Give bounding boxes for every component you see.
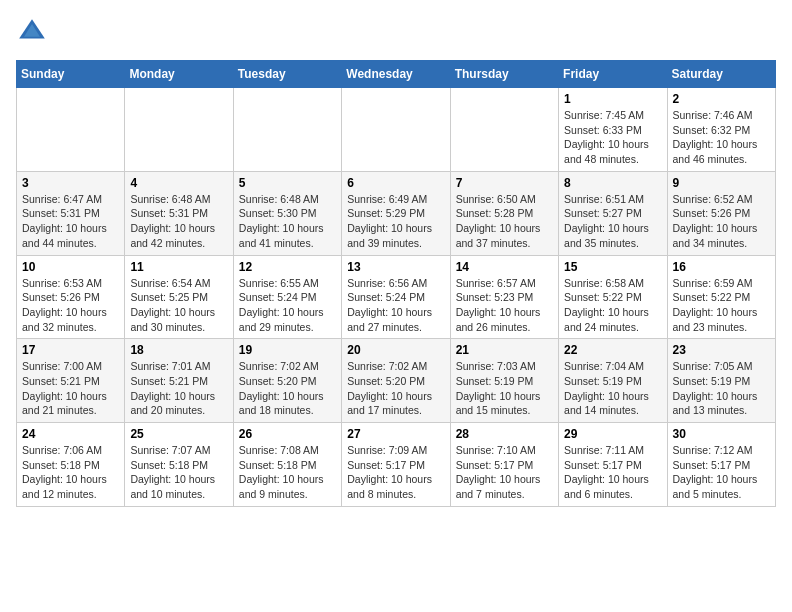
calendar-cell: 29Sunrise: 7:11 AMSunset: 5:17 PMDayligh… <box>559 423 667 507</box>
calendar-cell: 17Sunrise: 7:00 AMSunset: 5:21 PMDayligh… <box>17 339 125 423</box>
calendar-week-5: 24Sunrise: 7:06 AMSunset: 5:18 PMDayligh… <box>17 423 776 507</box>
calendar-cell: 23Sunrise: 7:05 AMSunset: 5:19 PMDayligh… <box>667 339 775 423</box>
day-info: Sunrise: 7:12 AMSunset: 5:17 PMDaylight:… <box>673 443 770 502</box>
calendar-header-wednesday: Wednesday <box>342 61 450 88</box>
day-number: 22 <box>564 343 661 357</box>
day-number: 27 <box>347 427 444 441</box>
day-info: Sunrise: 7:02 AMSunset: 5:20 PMDaylight:… <box>239 359 336 418</box>
day-number: 8 <box>564 176 661 190</box>
calendar-cell <box>342 88 450 172</box>
calendar-cell: 26Sunrise: 7:08 AMSunset: 5:18 PMDayligh… <box>233 423 341 507</box>
day-number: 30 <box>673 427 770 441</box>
calendar-cell: 20Sunrise: 7:02 AMSunset: 5:20 PMDayligh… <box>342 339 450 423</box>
day-info: Sunrise: 7:03 AMSunset: 5:19 PMDaylight:… <box>456 359 553 418</box>
logo <box>16 16 52 48</box>
calendar-cell: 28Sunrise: 7:10 AMSunset: 5:17 PMDayligh… <box>450 423 558 507</box>
day-info: Sunrise: 6:51 AMSunset: 5:27 PMDaylight:… <box>564 192 661 251</box>
day-info: Sunrise: 7:09 AMSunset: 5:17 PMDaylight:… <box>347 443 444 502</box>
calendar-week-4: 17Sunrise: 7:00 AMSunset: 5:21 PMDayligh… <box>17 339 776 423</box>
day-number: 20 <box>347 343 444 357</box>
calendar-cell: 2Sunrise: 7:46 AMSunset: 6:32 PMDaylight… <box>667 88 775 172</box>
day-info: Sunrise: 6:58 AMSunset: 5:22 PMDaylight:… <box>564 276 661 335</box>
calendar-week-3: 10Sunrise: 6:53 AMSunset: 5:26 PMDayligh… <box>17 255 776 339</box>
day-info: Sunrise: 6:48 AMSunset: 5:30 PMDaylight:… <box>239 192 336 251</box>
day-info: Sunrise: 6:57 AMSunset: 5:23 PMDaylight:… <box>456 276 553 335</box>
day-number: 12 <box>239 260 336 274</box>
day-number: 16 <box>673 260 770 274</box>
day-number: 7 <box>456 176 553 190</box>
calendar-cell: 16Sunrise: 6:59 AMSunset: 5:22 PMDayligh… <box>667 255 775 339</box>
calendar-cell: 1Sunrise: 7:45 AMSunset: 6:33 PMDaylight… <box>559 88 667 172</box>
day-number: 14 <box>456 260 553 274</box>
calendar-header-row: SundayMondayTuesdayWednesdayThursdayFrid… <box>17 61 776 88</box>
calendar-cell: 15Sunrise: 6:58 AMSunset: 5:22 PMDayligh… <box>559 255 667 339</box>
day-info: Sunrise: 7:04 AMSunset: 5:19 PMDaylight:… <box>564 359 661 418</box>
calendar-header-saturday: Saturday <box>667 61 775 88</box>
calendar-cell: 18Sunrise: 7:01 AMSunset: 5:21 PMDayligh… <box>125 339 233 423</box>
day-number: 11 <box>130 260 227 274</box>
day-info: Sunrise: 6:55 AMSunset: 5:24 PMDaylight:… <box>239 276 336 335</box>
day-number: 4 <box>130 176 227 190</box>
calendar-cell: 12Sunrise: 6:55 AMSunset: 5:24 PMDayligh… <box>233 255 341 339</box>
day-info: Sunrise: 7:10 AMSunset: 5:17 PMDaylight:… <box>456 443 553 502</box>
day-info: Sunrise: 7:08 AMSunset: 5:18 PMDaylight:… <box>239 443 336 502</box>
calendar-cell: 27Sunrise: 7:09 AMSunset: 5:17 PMDayligh… <box>342 423 450 507</box>
day-number: 25 <box>130 427 227 441</box>
calendar-cell <box>450 88 558 172</box>
day-info: Sunrise: 6:47 AMSunset: 5:31 PMDaylight:… <box>22 192 119 251</box>
day-number: 17 <box>22 343 119 357</box>
calendar-header-tuesday: Tuesday <box>233 61 341 88</box>
calendar-week-2: 3Sunrise: 6:47 AMSunset: 5:31 PMDaylight… <box>17 171 776 255</box>
calendar-cell: 30Sunrise: 7:12 AMSunset: 5:17 PMDayligh… <box>667 423 775 507</box>
calendar-week-1: 1Sunrise: 7:45 AMSunset: 6:33 PMDaylight… <box>17 88 776 172</box>
day-info: Sunrise: 7:46 AMSunset: 6:32 PMDaylight:… <box>673 108 770 167</box>
day-info: Sunrise: 7:02 AMSunset: 5:20 PMDaylight:… <box>347 359 444 418</box>
day-number: 5 <box>239 176 336 190</box>
day-info: Sunrise: 7:01 AMSunset: 5:21 PMDaylight:… <box>130 359 227 418</box>
day-info: Sunrise: 7:06 AMSunset: 5:18 PMDaylight:… <box>22 443 119 502</box>
calendar-cell: 13Sunrise: 6:56 AMSunset: 5:24 PMDayligh… <box>342 255 450 339</box>
calendar-cell: 6Sunrise: 6:49 AMSunset: 5:29 PMDaylight… <box>342 171 450 255</box>
day-number: 19 <box>239 343 336 357</box>
day-info: Sunrise: 7:00 AMSunset: 5:21 PMDaylight:… <box>22 359 119 418</box>
day-info: Sunrise: 6:54 AMSunset: 5:25 PMDaylight:… <box>130 276 227 335</box>
day-number: 6 <box>347 176 444 190</box>
calendar-cell: 19Sunrise: 7:02 AMSunset: 5:20 PMDayligh… <box>233 339 341 423</box>
calendar-cell: 4Sunrise: 6:48 AMSunset: 5:31 PMDaylight… <box>125 171 233 255</box>
day-info: Sunrise: 7:07 AMSunset: 5:18 PMDaylight:… <box>130 443 227 502</box>
day-info: Sunrise: 6:59 AMSunset: 5:22 PMDaylight:… <box>673 276 770 335</box>
calendar-cell: 5Sunrise: 6:48 AMSunset: 5:30 PMDaylight… <box>233 171 341 255</box>
calendar-cell <box>17 88 125 172</box>
calendar-cell: 21Sunrise: 7:03 AMSunset: 5:19 PMDayligh… <box>450 339 558 423</box>
day-info: Sunrise: 6:56 AMSunset: 5:24 PMDaylight:… <box>347 276 444 335</box>
day-number: 13 <box>347 260 444 274</box>
day-number: 15 <box>564 260 661 274</box>
calendar-cell <box>233 88 341 172</box>
day-number: 1 <box>564 92 661 106</box>
calendar-cell: 10Sunrise: 6:53 AMSunset: 5:26 PMDayligh… <box>17 255 125 339</box>
calendar-cell: 8Sunrise: 6:51 AMSunset: 5:27 PMDaylight… <box>559 171 667 255</box>
calendar-cell <box>125 88 233 172</box>
page-header <box>16 16 776 48</box>
calendar-cell: 7Sunrise: 6:50 AMSunset: 5:28 PMDaylight… <box>450 171 558 255</box>
day-number: 2 <box>673 92 770 106</box>
day-info: Sunrise: 6:48 AMSunset: 5:31 PMDaylight:… <box>130 192 227 251</box>
day-info: Sunrise: 7:11 AMSunset: 5:17 PMDaylight:… <box>564 443 661 502</box>
calendar-cell: 14Sunrise: 6:57 AMSunset: 5:23 PMDayligh… <box>450 255 558 339</box>
day-number: 3 <box>22 176 119 190</box>
day-number: 21 <box>456 343 553 357</box>
calendar-cell: 9Sunrise: 6:52 AMSunset: 5:26 PMDaylight… <box>667 171 775 255</box>
day-number: 26 <box>239 427 336 441</box>
day-info: Sunrise: 6:53 AMSunset: 5:26 PMDaylight:… <box>22 276 119 335</box>
day-number: 24 <box>22 427 119 441</box>
calendar-cell: 11Sunrise: 6:54 AMSunset: 5:25 PMDayligh… <box>125 255 233 339</box>
day-number: 18 <box>130 343 227 357</box>
calendar-header-thursday: Thursday <box>450 61 558 88</box>
day-info: Sunrise: 6:49 AMSunset: 5:29 PMDaylight:… <box>347 192 444 251</box>
day-number: 10 <box>22 260 119 274</box>
day-info: Sunrise: 6:50 AMSunset: 5:28 PMDaylight:… <box>456 192 553 251</box>
day-info: Sunrise: 7:05 AMSunset: 5:19 PMDaylight:… <box>673 359 770 418</box>
calendar-cell: 24Sunrise: 7:06 AMSunset: 5:18 PMDayligh… <box>17 423 125 507</box>
day-number: 23 <box>673 343 770 357</box>
calendar-header-sunday: Sunday <box>17 61 125 88</box>
